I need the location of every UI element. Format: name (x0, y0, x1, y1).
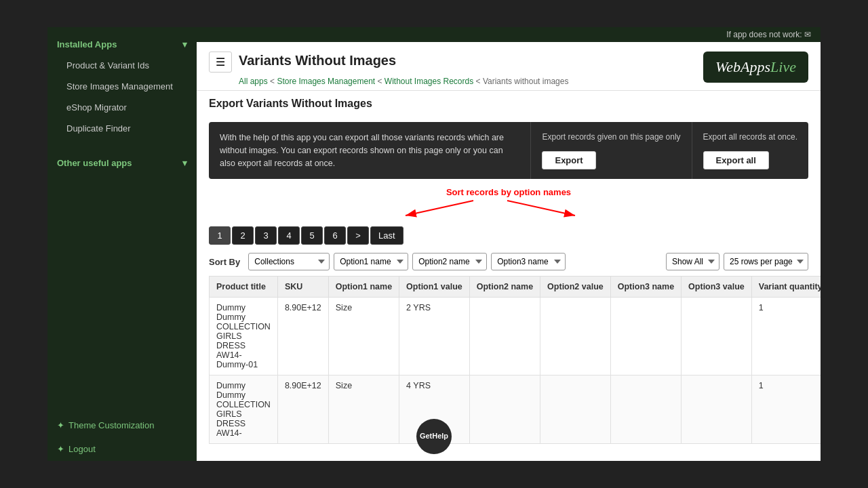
table-row: Dummy Dummy COLLECTION GIRLS DRESS AW14-… (210, 298, 821, 375)
table-cell-r0-c5 (540, 298, 611, 375)
logo-text: WebApps (715, 58, 770, 75)
sidebar-item-eshop-migrator[interactable]: eShop Migrator (47, 97, 197, 118)
export-all-button[interactable]: Export all (703, 151, 769, 169)
export-section: With the help of this app you can export… (209, 122, 808, 179)
table-cell-r1-c1: 8.90E+12 (277, 375, 328, 444)
main-content: If app does not work: ✉ ☰ Variants Witho… (197, 27, 821, 461)
table-wrapper: Product title SKU Option1 name Option1 v… (197, 276, 821, 456)
export-description: With the help of this app you can export… (209, 122, 530, 179)
export-button[interactable]: Export (542, 151, 595, 169)
svg-line-0 (406, 201, 473, 216)
col-option1-name: Option1 name (328, 277, 399, 298)
col-option3-name: Option3 name (610, 277, 681, 298)
page-title: Variants Without Images (239, 53, 396, 68)
export-box2-label: Export all records at once. (703, 131, 797, 143)
svg-line-1 (507, 201, 575, 216)
export-section-title: Export Variants Without Images (197, 91, 821, 114)
col-option3-value: Option3 value (682, 277, 752, 298)
export-box-1: Export records given on this page only E… (530, 122, 691, 179)
page-btn-1[interactable]: 1 (209, 226, 231, 245)
sidebar-item-store-images[interactable]: Store Images Management (47, 76, 197, 97)
export-box-2: Export all records at once. Export all (692, 122, 808, 179)
table-row: Dummy Dummy COLLECTION GIRLS DRESS AW14-… (210, 375, 821, 444)
col-option2-name: Option2 name (469, 277, 540, 298)
pagination-row: 1 2 3 4 5 6 > Last (197, 221, 821, 250)
col-product-title: Product title (210, 277, 278, 298)
table-cell-r0-c0: Dummy Dummy COLLECTION GIRLS DRESS AW14-… (210, 298, 278, 375)
sidebar-item-product-variant-ids[interactable]: Product & Variant Ids (47, 55, 197, 76)
chevron-down-icon: ▾ (182, 39, 187, 49)
table-header-row: Product title SKU Option1 name Option1 v… (210, 277, 821, 298)
variants-table: Product title SKU Option1 name Option1 v… (209, 276, 821, 444)
breadcrumb-store-images[interactable]: Store Images Management (277, 77, 375, 86)
page-header-left: ☰ Variants Without Images All apps < Sto… (209, 52, 568, 86)
sidebar-other-useful-label: Other useful apps (57, 158, 132, 168)
logo: WebAppsLive (703, 52, 808, 83)
sort-row: Sort By Collections Option1 name Option2… (197, 250, 821, 276)
logout-icon: ✦ (57, 444, 64, 454)
page-btn-6[interactable]: 6 (324, 226, 346, 245)
page-btn-4[interactable]: 4 (278, 226, 300, 245)
sidebar-installed-apps-label: Installed Apps (57, 39, 117, 49)
top-bar: If app does not work: ✉ (197, 27, 821, 42)
sort-annotation-area: Sort records by option names (209, 187, 808, 221)
page-btn-2[interactable]: 2 (232, 226, 254, 245)
table-cell-r0-c8: 1 (751, 298, 821, 375)
show-all-select[interactable]: Show All (666, 253, 719, 270)
table-cell-r0-c3: 2 YRS (399, 298, 470, 375)
hamburger-button[interactable]: ☰ (209, 52, 232, 73)
option1-name-select[interactable]: Option1 name (334, 253, 408, 270)
table-cell-r1-c5 (540, 375, 611, 444)
table-cell-r1-c0: Dummy Dummy COLLECTION GIRLS DRESS AW14- (210, 375, 278, 444)
sort-annotation-text: Sort records by option names (446, 187, 571, 197)
page-btn-next[interactable]: > (347, 226, 369, 245)
sidebar-installed-apps-group[interactable]: Installed Apps ▾ (47, 34, 197, 55)
page-btn-3[interactable]: 3 (255, 226, 277, 245)
email-icon: ✉ (804, 30, 811, 39)
breadcrumb-without-images[interactable]: Without Images Records (384, 77, 473, 86)
theme-icon: ✦ (57, 420, 64, 430)
table-cell-r1-c2: Size (328, 375, 399, 444)
content-area: ☰ Variants Without Images All apps < Sto… (197, 42, 821, 461)
table-cell-r0-c4 (469, 298, 540, 375)
table-cell-r1-c6 (610, 375, 681, 444)
topbar-text: If app does not work: (726, 30, 802, 39)
page-btn-last[interactable]: Last (370, 226, 403, 245)
table-cell-r1-c4 (469, 375, 540, 444)
breadcrumb: All apps < Store Images Management < Wit… (239, 77, 568, 86)
get-help-button[interactable]: Get Help (416, 419, 452, 454)
sidebar: Installed Apps ▾ Product & Variant Ids S… (47, 27, 197, 461)
col-sku: SKU (277, 277, 328, 298)
collections-select[interactable]: Collections (248, 253, 330, 270)
sidebar-logout[interactable]: ✦ Logout (47, 437, 197, 461)
table-cell-r1-c7 (682, 375, 752, 444)
option3-name-select[interactable]: Option3 name (491, 253, 566, 270)
table-cell-r1-c8: 1 (751, 375, 821, 444)
option2-name-select[interactable]: Option2 name (412, 253, 487, 270)
breadcrumb-current: Variants without images (483, 77, 569, 86)
sort-annotation-text-row: Sort records by option names (209, 187, 808, 197)
table-cell-r0-c7 (682, 298, 752, 375)
sort-by-label: Sort By (209, 257, 240, 267)
sidebar-theme-customization[interactable]: ✦ Theme Customization (47, 413, 197, 437)
sidebar-other-useful-group[interactable]: Other useful apps ▾ (47, 152, 197, 174)
sidebar-item-duplicate-finder[interactable]: Duplicate Finder (47, 118, 197, 139)
logo-text-green: Live (770, 58, 796, 75)
rows-per-page-select[interactable]: 25 rows per page (724, 253, 808, 270)
col-option1-value: Option1 value (399, 277, 470, 298)
col-option2-value: Option2 value (540, 277, 611, 298)
page-header: ☰ Variants Without Images All apps < Sto… (197, 42, 821, 91)
export-box1-label: Export records given on this page only (542, 131, 680, 143)
page-btn-5[interactable]: 5 (301, 226, 323, 245)
breadcrumb-all-apps[interactable]: All apps (239, 77, 268, 86)
chevron-down-icon-2: ▾ (182, 158, 187, 168)
table-cell-r0-c2: Size (328, 298, 399, 375)
table-cell-r0-c1: 8.90E+12 (277, 298, 328, 375)
table-cell-r0-c6 (610, 298, 681, 375)
col-variant-qty: Variant quantity (751, 277, 821, 298)
